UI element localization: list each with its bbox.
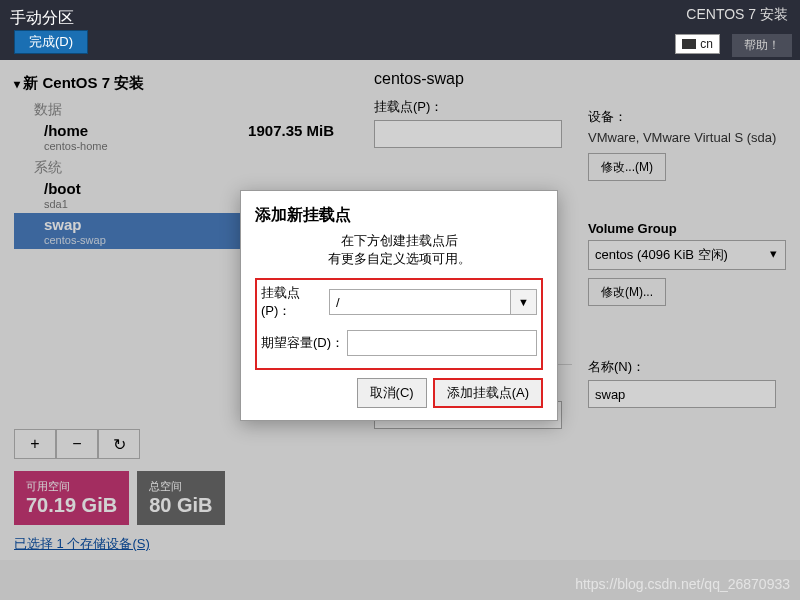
cancel-button[interactable]: 取消(C) [357,378,427,408]
help-button[interactable]: 帮助！ [732,34,792,57]
top-bar: 手动分区 完成(D) CENTOS 7 安装 cn 帮助！ [0,0,800,60]
watermark-text: https://blog.csdn.net/qq_26870933 [575,576,790,592]
keyboard-layout-indicator[interactable]: cn [675,34,720,54]
capacity-row: 期望容量(D)： [261,330,537,356]
mount-combo: ▼ [329,289,537,315]
dialog-capacity-label: 期望容量(D)： [261,334,347,352]
dialog-capacity-input[interactable] [347,330,537,356]
done-button[interactable]: 完成(D) [14,30,88,54]
lang-code: cn [700,37,713,51]
page-title: 手动分区 [10,6,74,31]
add-mount-button[interactable]: 添加挂载点(A) [433,378,543,408]
chevron-down-icon[interactable]: ▼ [511,289,537,315]
keyboard-icon [682,39,696,49]
dialog-form-highlight: 挂载点(P)： ▼ 期望容量(D)： [255,278,543,370]
install-label: CENTOS 7 安装 [686,6,788,24]
mount-row: 挂载点(P)： ▼ [261,284,537,320]
dialog-buttons: 取消(C) 添加挂载点(A) [255,378,543,408]
dialog-subtitle: 在下方创建挂载点后 有更多自定义选项可用。 [255,232,543,268]
dialog-mount-label: 挂载点(P)： [261,284,329,320]
dialog-title: 添加新挂载点 [255,205,543,226]
add-mount-dialog: 添加新挂载点 在下方创建挂载点后 有更多自定义选项可用。 挂载点(P)： ▼ 期… [240,190,558,421]
dialog-mount-input[interactable] [329,289,511,315]
